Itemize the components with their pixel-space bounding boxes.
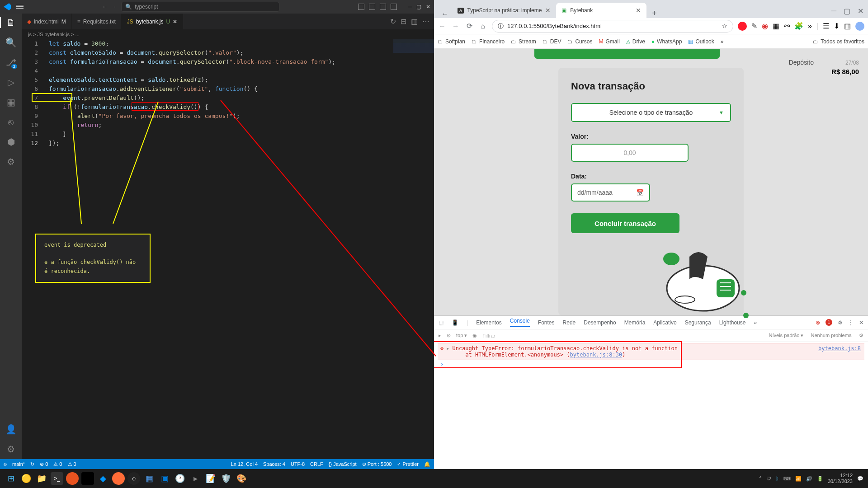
ext-more-icon[interactable]: »	[808, 22, 812, 30]
manage-icon[interactable]: ⚙	[5, 444, 16, 455]
dt-more-icon[interactable]: ⋮	[848, 319, 854, 326]
browser-tab-bytebank[interactable]: ▣ Bytebank ✕	[556, 3, 646, 18]
encoding-indicator[interactable]: UTF-8	[291, 461, 305, 467]
bookmarks-overflow[interactable]: »	[721, 38, 724, 45]
debug-icon[interactable]: ▷	[5, 77, 16, 88]
window-minimize-icon[interactable]: ─	[408, 4, 412, 10]
layout-icon[interactable]	[391, 4, 397, 10]
app-icon[interactable]: ▣	[158, 472, 171, 485]
back-tab-icon[interactable]: ←	[438, 10, 452, 18]
tray-bluetooth-icon[interactable]: ᛒ	[776, 476, 779, 481]
ext-pen-icon[interactable]: ✎	[751, 22, 757, 30]
remote-icon[interactable]: ⎋	[5, 117, 16, 127]
spaces-indicator[interactable]: Spaces: 4	[263, 461, 285, 467]
app-icon[interactable]: ▸	[189, 472, 202, 485]
download-icon[interactable]: ⬇	[834, 22, 840, 30]
transaction-type-select[interactable]: Selecione o tipo de transação	[571, 103, 731, 122]
paint-icon[interactable]: 🎨	[235, 472, 248, 485]
ubuntu-icon[interactable]	[66, 472, 79, 485]
tray-battery-icon[interactable]: 🔋	[817, 476, 823, 482]
ext-shield-icon[interactable]: ◉	[762, 22, 768, 30]
bookmark-dev[interactable]: 🗀DEV	[542, 38, 561, 45]
clear-console-icon[interactable]: ⊘	[447, 333, 451, 338]
console-error-row[interactable]: ⊗ ▸ Uncaught TypeError: formularioTransa…	[438, 343, 864, 360]
bookmark-all-favorites[interactable]: 🗀Todos os favoritos	[813, 38, 864, 45]
back-icon[interactable]: ←	[438, 22, 447, 30]
browser-tab-typescript[interactable]: a TypeScript na prática: impleme ✕	[452, 3, 556, 18]
console-prompt[interactable]: ›	[438, 360, 864, 368]
obs-icon[interactable]: ⊙	[127, 472, 140, 485]
profile-avatar-icon[interactable]	[855, 22, 864, 31]
clock-icon[interactable]: 🕐	[174, 472, 186, 485]
tab-index-html[interactable]: ◆index.htmlM	[22, 14, 72, 29]
calendar-icon[interactable]: 📅	[636, 189, 644, 196]
tray-lang-icon[interactable]: ⌨	[783, 476, 791, 482]
port-indicator[interactable]: ⊘ Port : 5500	[362, 461, 392, 467]
levels-selector[interactable]: Níveis padrão ▾	[769, 333, 804, 338]
port-warn-indicator[interactable]: ⚠ 0	[68, 461, 76, 467]
vscode-taskbar-icon[interactable]: ◆	[97, 472, 109, 485]
context-selector[interactable]: top ▾	[456, 333, 467, 338]
explorer-icon[interactable]: 🗎	[5, 17, 16, 28]
app-icon[interactable]: ▦	[143, 472, 156, 485]
bookmark-cursos[interactable]: 🗀Cursos	[567, 38, 592, 45]
dt-tab-desempenho[interactable]: Desempenho	[584, 319, 616, 326]
tray-shield-icon[interactable]: 🛡	[766, 476, 771, 481]
layout-icon[interactable]	[369, 4, 375, 10]
inspect-icon[interactable]: ⬚	[439, 319, 443, 326]
nav-back-icon[interactable]: ←	[102, 4, 108, 10]
eol-indicator[interactable]: CRLF	[310, 461, 323, 467]
more-icon[interactable]: ⋯	[422, 17, 429, 26]
extensions-icon[interactable]: ▦	[5, 97, 16, 108]
close-icon[interactable]: ✕	[636, 7, 641, 14]
clock[interactable]: 12:12 30/12/2023	[828, 473, 853, 484]
postman-icon[interactable]	[112, 472, 125, 485]
sidebar-icon[interactable]: ▥	[844, 22, 851, 30]
accounts-icon[interactable]: 👤	[5, 424, 16, 435]
split-icon[interactable]: ▥	[411, 17, 418, 26]
submit-button[interactable]: Concluir transação	[571, 213, 679, 233]
site-info-icon[interactable]: ⓘ	[498, 22, 504, 30]
notepad-icon[interactable]: 📝	[204, 472, 217, 485]
prettier-indicator[interactable]: ✓ Prettier	[397, 461, 419, 467]
ext-puzzle-icon[interactable]: 🧩	[794, 22, 803, 30]
compare-icon[interactable]: ⊟	[401, 17, 406, 26]
window-minimize-icon[interactable]: ─	[831, 7, 836, 15]
window-close-icon[interactable]: ✕	[858, 7, 863, 15]
chrome-icon[interactable]: 🟡	[20, 472, 33, 485]
settings-icon[interactable]: ⚙	[5, 156, 16, 167]
search-icon[interactable]: 🔍	[5, 37, 16, 48]
language-indicator[interactable]: {} JavaScript	[329, 461, 357, 467]
reload-icon[interactable]: ⟳	[465, 22, 474, 30]
terminal-icon[interactable]: >_	[51, 472, 63, 485]
run-icon[interactable]: ↻	[390, 17, 396, 26]
tray-wifi-icon[interactable]: 📶	[795, 476, 802, 482]
branch-indicator[interactable]: main*	[12, 461, 25, 467]
code-content[interactable]: let saldo = 3000; const elementoSaldo = …	[49, 39, 434, 148]
dt-tab-fontes[interactable]: Fontes	[538, 319, 555, 326]
command-center[interactable]: 🔍 typescript	[121, 2, 279, 12]
dt-settings-icon[interactable]: ⚙	[838, 319, 843, 326]
nav-fwd-icon[interactable]: →	[111, 4, 117, 10]
cursor-position[interactable]: Ln 12, Col 4	[231, 461, 258, 467]
bookmark-softplan[interactable]: 🗀Softplan	[438, 38, 465, 45]
tray-volume-icon[interactable]: 🔊	[806, 476, 812, 482]
error-stack-link[interactable]: bytebank.js:8:30	[570, 352, 623, 358]
bookmark-financeiro[interactable]: 🗀Financeiro	[472, 38, 505, 45]
eye-icon[interactable]: ◉	[472, 333, 477, 338]
breadcrumb[interactable]: js > JS bytebank.js > ...	[22, 29, 434, 39]
window-maximize-icon[interactable]: ▢	[416, 4, 421, 10]
valor-input[interactable]: 0,00	[571, 144, 689, 162]
start-icon[interactable]: ⊞	[5, 472, 17, 485]
console-output[interactable]: ⊗ ▸ Uncaught TypeError: formularioTransa…	[434, 342, 868, 469]
tab-requisitos[interactable]: ≡Requisitos.txt	[72, 14, 122, 29]
sync-icon[interactable]: ↻	[30, 461, 34, 467]
bookmark-outlook[interactable]: ▦Outlook	[688, 38, 714, 45]
filter-input[interactable]: Filtrar	[482, 333, 495, 338]
error-source-link[interactable]: bytebank.js:8	[818, 345, 861, 352]
dt-close-icon[interactable]: ✕	[859, 319, 863, 326]
menu-icon[interactable]	[16, 3, 24, 10]
dt-tab-console[interactable]: Console	[510, 318, 530, 327]
remote-indicator[interactable]: ⎋	[4, 461, 7, 467]
layout-icon[interactable]	[358, 4, 364, 10]
